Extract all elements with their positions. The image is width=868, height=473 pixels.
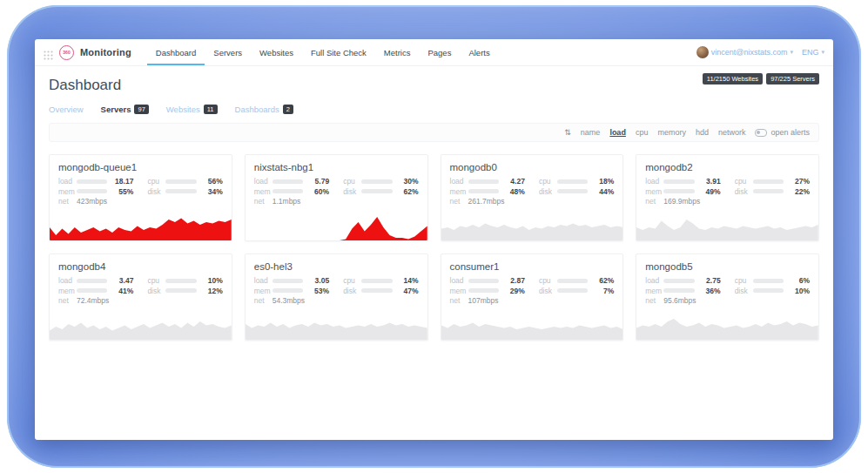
screenshot-stage: 360 Monitoring DashboardServersWebsitesF… [0, 0, 868, 473]
cpu-value: 62% [593, 277, 614, 285]
nav-tab-websites[interactable]: Websites [251, 39, 302, 65]
subtab-label: Servers [101, 105, 131, 114]
network-sparkline-chart [636, 314, 818, 340]
servers-usage-badge[interactable]: 97/225 Servers [766, 73, 819, 84]
cpu-value: 27% [789, 178, 810, 186]
websites-usage-badge[interactable]: 11/2150 Websites [703, 73, 763, 84]
server-name[interactable]: consumer1 [441, 254, 623, 276]
load-bar [273, 279, 303, 283]
open-alerts-toggle[interactable]: open alerts [755, 128, 810, 137]
cpu-metric: cpu 62% [539, 277, 614, 285]
mem-bar [77, 288, 107, 293]
mem-metric: mem 60% [254, 188, 329, 196]
nav-tab-metrics[interactable]: Metrics [375, 39, 420, 65]
net-value: 423mbps [77, 198, 107, 206]
disk-bar [361, 189, 392, 193]
server-metrics: load 2.75 cpu 6% mem 36% disk 10% [636, 276, 818, 294]
mem-value: 60% [308, 188, 329, 196]
mem-label: mem [254, 188, 273, 196]
subtab-dashboards[interactable]: Dashboards2 [235, 105, 293, 114]
cpu-label: cpu [147, 277, 165, 285]
server-card[interactable]: mongodb-queue1 load 18.17 cpu 56% mem 55… [49, 154, 232, 241]
mem-bar [77, 189, 107, 193]
nav-tab-servers[interactable]: Servers [205, 39, 251, 65]
subtab-label: Dashboards [235, 105, 279, 114]
cpu-value: 6% [789, 277, 810, 285]
mem-value: 48% [504, 188, 525, 196]
mem-label: mem [645, 188, 663, 196]
network-sparkline-chart [50, 214, 232, 240]
cpu-value: 14% [398, 277, 419, 285]
disk-bar [753, 189, 784, 193]
nav-tab-alerts[interactable]: Alerts [460, 39, 498, 65]
sort-option-hdd[interactable]: hdd [696, 128, 709, 137]
sort-option-load[interactable]: load [609, 128, 626, 137]
server-card[interactable]: es0-hel3 load 3.05 cpu 14% mem 53% disk … [245, 253, 428, 341]
sort-option-cpu[interactable]: cpu [636, 128, 649, 137]
server-name[interactable]: mongodb-queue1 [50, 155, 232, 177]
disk-value: 22% [789, 188, 810, 196]
server-name[interactable]: mongodb2 [636, 155, 818, 177]
chevron-down-icon: ▾ [790, 49, 793, 56]
nav-tab-dashboard[interactable]: Dashboard [147, 39, 205, 65]
server-card[interactable]: mongodb4 load 3.47 cpu 10% mem 41% disk … [49, 253, 232, 341]
mem-metric: mem 41% [58, 287, 133, 295]
mem-label: mem [58, 287, 77, 295]
net-value: 95.6mbps [663, 297, 696, 305]
cpu-bar [165, 179, 196, 184]
mem-metric: mem 49% [645, 188, 720, 196]
net-metric: net 423mbps [50, 195, 232, 206]
mem-bar [663, 288, 694, 293]
load-label: load [58, 277, 77, 285]
server-card[interactable]: nixstats-nbg1 load 5.79 cpu 30% mem 60% … [245, 154, 428, 241]
server-metrics: load 3.47 cpu 10% mem 41% disk 12% [50, 276, 232, 294]
mem-metric: mem 55% [58, 188, 133, 196]
cpu-metric: cpu 18% [539, 178, 614, 186]
sort-option-network[interactable]: network [718, 128, 746, 137]
nav-user-area: vincent@nixstats.com ▾ ENG ▾ [696, 39, 824, 65]
cpu-bar [165, 279, 196, 283]
sort-option-name[interactable]: name [581, 128, 601, 137]
cpu-label: cpu [343, 178, 361, 186]
net-label: net [58, 198, 77, 206]
disk-value: 12% [202, 287, 223, 295]
sort-option-memory[interactable]: memory [657, 128, 686, 137]
load-label: load [58, 178, 77, 186]
user-menu[interactable]: vincent@nixstats.com ▾ [696, 46, 793, 58]
server-card[interactable]: mongodb2 load 3.91 cpu 27% mem 49% disk … [636, 154, 819, 241]
disk-label: disk [735, 188, 753, 196]
disk-metric: disk 12% [147, 287, 222, 295]
nav-tab-pages[interactable]: Pages [419, 39, 460, 65]
server-name[interactable]: nixstats-nbg1 [246, 155, 427, 177]
net-metric: net 72.4mbps [50, 294, 232, 305]
subtab-servers[interactable]: Servers97 [101, 105, 149, 114]
server-card[interactable]: mongodb5 load 2.75 cpu 6% mem 36% disk 1… [636, 253, 819, 341]
language-menu[interactable]: ENG ▾ [802, 48, 824, 57]
server-card[interactable]: mongodb0 load 4.27 cpu 18% mem 48% disk … [441, 154, 624, 241]
net-label: net [645, 198, 663, 206]
load-value: 2.87 [504, 277, 525, 285]
cpu-bar [753, 179, 784, 184]
disk-bar [557, 189, 588, 193]
mem-label: mem [645, 287, 663, 295]
load-metric: load 3.91 [645, 178, 720, 186]
cpu-metric: cpu 14% [343, 277, 418, 285]
subtab-websites[interactable]: Websites11 [166, 105, 218, 114]
apps-grid-icon[interactable] [44, 48, 53, 57]
server-metrics: load 3.91 cpu 27% mem 49% disk 22% [636, 177, 818, 195]
server-name[interactable]: mongodb5 [636, 254, 818, 276]
nav-tab-full-site-check[interactable]: Full Site Check [302, 39, 375, 65]
main-nav-tabs: DashboardServersWebsitesFull Site CheckM… [147, 39, 499, 65]
load-bar [468, 279, 499, 283]
cpu-value: 18% [593, 178, 614, 186]
network-sparkline-chart [50, 314, 232, 340]
server-metrics: load 2.87 cpu 62% mem 29% disk 7% [441, 276, 623, 294]
subtab-overview[interactable]: Overview [49, 105, 84, 114]
server-name[interactable]: mongodb4 [50, 254, 232, 276]
mem-label: mem [450, 188, 468, 196]
server-name[interactable]: es0-hel3 [246, 254, 427, 276]
disk-value: 7% [593, 287, 614, 295]
server-card[interactable]: consumer1 load 2.87 cpu 62% mem 29% disk… [441, 253, 624, 341]
server-name[interactable]: mongodb0 [441, 155, 623, 177]
disk-label: disk [735, 287, 753, 295]
